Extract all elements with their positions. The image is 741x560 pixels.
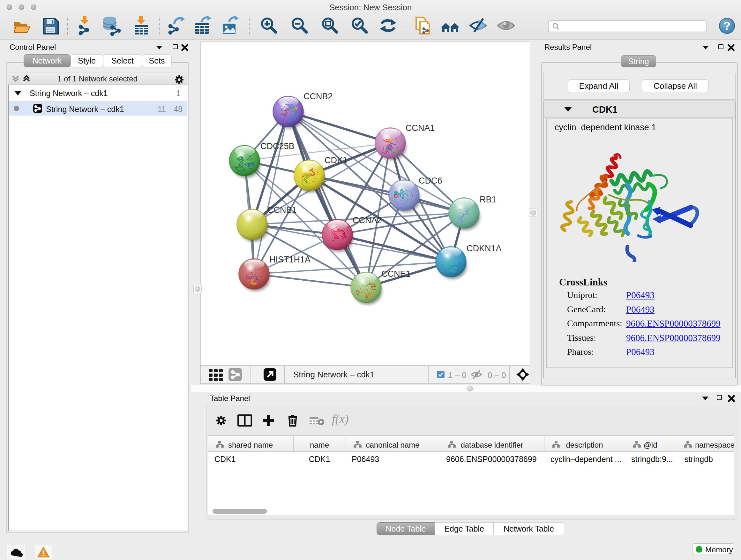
svg-text:CCNE1: CCNE1 — [381, 269, 411, 279]
svg-text:HIST1H1A: HIST1H1A — [269, 255, 311, 264]
svg-text:CCNA2: CCNA2 — [353, 215, 382, 225]
svg-text:CDC6: CDC6 — [419, 176, 442, 186]
svg-text:CDC25B: CDC25B — [260, 141, 294, 151]
svg-text:CCNB2: CCNB2 — [304, 91, 333, 101]
svg-text:CCNA1: CCNA1 — [406, 123, 435, 133]
svg-text:CDK1: CDK1 — [325, 155, 347, 165]
svg-text:RB1: RB1 — [480, 195, 496, 204]
svg-text:CDKN1A: CDKN1A — [467, 244, 502, 253]
svg-text:CCNB1: CCNB1 — [267, 205, 297, 215]
